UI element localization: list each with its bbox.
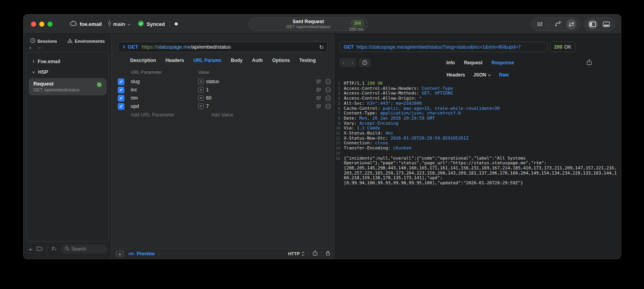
url-scheme: https:// [142, 44, 157, 50]
line-number: 4 [335, 96, 340, 101]
tree-group-foe-email[interactable]: Foe.email [27, 56, 109, 67]
method-stepper-icon[interactable]: ⇅ [122, 45, 126, 49]
protocol-selector[interactable]: HTTP [288, 251, 305, 256]
add-session-button[interactable]: + [29, 45, 32, 51]
footer-divider [159, 251, 159, 257]
lock-icon[interactable] [326, 250, 330, 257]
project-switcher[interactable]: foe.email [70, 21, 102, 27]
response-subtab-headers[interactable]: Headers [447, 72, 465, 78]
search-icon [65, 245, 69, 253]
param-name[interactable]: upd [131, 104, 198, 109]
response-tab-info-label: Info [446, 60, 455, 65]
zoom-window-button[interactable] [47, 22, 53, 27]
remove-row-icon[interactable] [325, 79, 331, 84]
nav-divider [348, 60, 348, 65]
history-button[interactable] [359, 58, 370, 67]
sort-filter-icon[interactable] [51, 245, 57, 253]
sent-request-url-box[interactable]: GET https://statuspage.me/api/embed/stat… [339, 42, 547, 52]
sidebar-search[interactable] [61, 245, 107, 254]
param-row-slug: ✓slug=status [112, 78, 334, 86]
param-checkbox[interactable]: ✓ [118, 78, 124, 85]
param-name[interactable]: rtm [131, 95, 198, 101]
code-line: [0,99.94,100,99.93,99.98,99.95,100],"upd… [335, 181, 621, 186]
request-summary-pill[interactable]: Sent Request GET /api/embed/status 200 2… [248, 17, 368, 31]
row-options-icon[interactable] [316, 80, 321, 84]
share-icon[interactable] [313, 250, 317, 257]
tab-headers[interactable]: Headers [166, 58, 184, 63]
expand-panel-button[interactable]: ▲ [116, 251, 124, 257]
code-plain: {"incidents":null,"overall":{"code":"ope… [344, 156, 526, 161]
forward-button[interactable]: › [351, 60, 353, 65]
tree-group-hsp[interactable]: HSP [27, 67, 109, 78]
request-summary-status: 200 280 ms [349, 19, 363, 32]
param-value[interactable]: 1 [206, 87, 316, 93]
code-text: Transfer-Encoding: chunked [340, 146, 411, 151]
param-value[interactable]: 60 [206, 95, 316, 101]
request-url-bar[interactable]: ⇅ GET https://statuspage.me/api/embed/st… [118, 42, 328, 52]
toggle-bottom-panel-button[interactable] [601, 19, 611, 29]
add-param-row[interactable]: Add URL Parameter Add Value [112, 111, 334, 119]
minimize-window-button[interactable] [39, 22, 44, 27]
response-tab-request[interactable]: Request [464, 60, 482, 65]
line-number: 14 [335, 146, 340, 151]
response-subtab-raw[interactable]: Raw [499, 72, 509, 78]
tab-auth[interactable]: Auth [252, 58, 263, 63]
remove-row-icon[interactable] [325, 95, 331, 101]
add-param-value[interactable]: Add Value [211, 112, 234, 118]
add-param-name[interactable]: Add URL Parameter [131, 112, 211, 118]
toggle-sidebar-button[interactable] [587, 19, 598, 29]
tab-url-params[interactable]: URL Params [193, 58, 221, 63]
remove-row-icon[interactable] [325, 87, 331, 93]
close-window-button[interactable] [31, 22, 36, 27]
response-subtab-json[interactable]: JSON [473, 72, 491, 78]
export-response-button[interactable] [587, 59, 592, 65]
preview-button[interactable]: </> Preview [128, 251, 155, 256]
code-plain: Access-Control-Allow-Methods: [344, 91, 422, 96]
remove-row-icon[interactable] [325, 104, 331, 109]
tab-testing[interactable]: Testing [299, 58, 316, 63]
sidebar: Sessions Environments + − Foe.email HSP [24, 34, 111, 259]
row-options-icon[interactable] [316, 104, 321, 108]
code-plain: X-Status-Build: [344, 131, 385, 136]
line-number: 6 [335, 106, 340, 111]
new-folder-icon[interactable] [36, 245, 42, 253]
method-label[interactable]: GET [128, 44, 138, 50]
row-options-icon[interactable] [316, 96, 321, 100]
response-tab-info[interactable]: Info [446, 60, 455, 65]
param-checkbox[interactable]: ✓ [118, 95, 124, 102]
equals-type-icon: = [198, 95, 204, 101]
param-value[interactable]: 7 [206, 104, 316, 109]
branch-selector[interactable]: main [108, 20, 130, 28]
sync-requests-button[interactable] [566, 19, 576, 29]
tab-sessions[interactable]: Sessions [30, 38, 57, 44]
response-raw[interactable]: 1HTTP/1.1 200 OK2Access-Control-Allow-He… [334, 81, 621, 259]
add-request-button[interactable]: + [29, 246, 32, 252]
request-item-title: Request [33, 81, 102, 87]
param-value[interactable]: status [206, 79, 316, 84]
clock-icon [362, 60, 367, 65]
line-number: 15 [335, 151, 340, 156]
search-input[interactable] [71, 246, 104, 252]
response-subtab-json-label: JSON [473, 72, 486, 78]
resend-request-icon[interactable]: ↻ [319, 44, 324, 50]
back-button[interactable]: ‹ [343, 60, 345, 65]
param-name[interactable]: inc [131, 87, 198, 93]
row-options-icon[interactable] [316, 88, 321, 92]
remove-session-button[interactable]: − [38, 45, 41, 51]
tab-description[interactable]: Description [130, 58, 156, 63]
branch-merge-button[interactable] [553, 19, 563, 29]
tab-options[interactable]: Options [272, 58, 290, 63]
tab-environments[interactable]: Environments [67, 38, 105, 44]
param-checkbox[interactable]: ✓ [118, 87, 124, 93]
line-number: 5 [335, 101, 340, 106]
header-value: close [375, 140, 388, 145]
sync-status[interactable]: Synced [138, 20, 165, 28]
line-number [335, 176, 340, 181]
line-number [335, 161, 340, 166]
request-list-item-selected[interactable]: Request GET /api/embed/status [29, 78, 107, 95]
response-tab-response[interactable]: Response [491, 60, 514, 65]
param-checkbox[interactable]: ✓ [118, 103, 124, 110]
param-name[interactable]: slug [131, 79, 198, 84]
request-list-button[interactable] [535, 19, 545, 29]
tab-body[interactable]: Body [231, 58, 243, 63]
